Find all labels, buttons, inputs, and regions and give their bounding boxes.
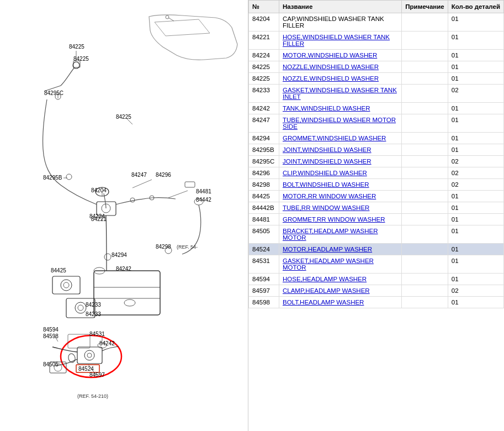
cell-note — [402, 133, 448, 144]
diagram-area: 84225 84225 84295C 84295B 84204 84221 84… — [6, 6, 242, 425]
part-name-link[interactable]: GROMMET,WINDSHIELD WASHER — [283, 135, 386, 141]
part-name-link[interactable]: NOZZLE,WINDSHIELD WASHER — [283, 75, 379, 82]
table-row: 84598BOLT,HEADLAMP WASHER01 — [249, 297, 504, 308]
cell-part-name[interactable]: BRACKET,HEADLAMP WASHER MOTOR — [279, 225, 402, 244]
cell-note — [402, 31, 448, 50]
cell-part-name[interactable]: GASKET,HEADLAMP WASHER MOTOR — [279, 255, 402, 274]
cell-note — [402, 103, 448, 114]
cell-part-name[interactable]: JOINT,WINDSHIELD WASHER — [279, 156, 402, 167]
cell-part-name[interactable]: GROMMET,RR WINDOW WASHER — [279, 214, 402, 225]
table-row: 84481GROMMET,RR WINDOW WASHER01 — [249, 214, 504, 225]
svg-text:84481: 84481 — [196, 188, 211, 195]
part-name-link[interactable]: BOLT,HEADLAMP WASHER — [283, 299, 364, 306]
part-name-link[interactable]: JOINT,WINDSHIELD WASHER — [283, 158, 372, 165]
cell-part-no: 84294 — [249, 133, 279, 144]
table-row: 84204CAP,WINDSHIELD WASHER TANK FILLER01 — [249, 13, 504, 31]
cell-part-name[interactable]: BOLT,HEADLAMP WASHER — [279, 297, 402, 308]
cell-part-name[interactable]: BOLT,WINDSHIELD WASHER — [279, 179, 402, 191]
cell-note — [402, 13, 448, 31]
cell-part-name[interactable]: TUBE,WINDSHIELD WASHER MOTOR SIDE — [279, 114, 402, 133]
parts-table-panel: № Название Примечание Кол-во деталей 842… — [248, 0, 504, 431]
svg-text:84225: 84225 — [73, 56, 89, 62]
cell-part-name[interactable]: TANK,WINDSHIELD WASHER — [279, 103, 402, 114]
cell-part-name[interactable]: JOINT,WINDSHIELD WASHER — [279, 144, 402, 156]
svg-text:84233: 84233 — [86, 302, 101, 308]
part-name-link[interactable]: GASKET,HEADLAMP WASHER MOTOR — [283, 257, 374, 271]
cell-qty: 02 — [448, 285, 503, 297]
cell-qty: 02 — [448, 167, 503, 179]
cell-part-name[interactable]: NOZZLE,WINDSHIELD WASHER — [279, 61, 402, 73]
cell-part-no: 84221 — [249, 31, 279, 50]
cell-part-no: 84225 — [249, 61, 279, 73]
table-row: 84221HOSE,WINDSHIELD WASHER TANK FILLER0… — [249, 31, 504, 50]
part-name-link[interactable]: GASKET,WINDSHIELD WASHER TANK INLET — [283, 87, 397, 100]
cell-qty: 02 — [448, 156, 503, 167]
cell-qty: 01 — [448, 103, 503, 114]
svg-text:84442: 84442 — [196, 197, 211, 203]
cell-note — [402, 61, 448, 73]
cell-part-name[interactable]: CLAMP,HEADLAMP WASHER — [279, 285, 402, 297]
part-name-link[interactable]: BRACKET,HEADLAMP WASHER MOTOR — [283, 228, 378, 241]
cell-qty: 01 — [448, 133, 503, 144]
table-row: 84242TANK,WINDSHIELD WASHER01 — [249, 103, 504, 114]
svg-text:84242: 84242 — [99, 340, 115, 346]
cell-note — [402, 167, 448, 179]
cell-part-no: 84233 — [249, 85, 279, 103]
header-name: Название — [279, 1, 402, 13]
table-row: 84298BOLT,WINDSHIELD WASHER02 — [249, 179, 504, 191]
cell-note — [402, 156, 448, 167]
svg-text:84505: 84505 — [43, 361, 59, 367]
part-name-link[interactable]: TANK,WINDSHIELD WASHER — [283, 105, 370, 112]
part-name-link[interactable]: TUBE,RR WINDOW WASHER — [283, 204, 369, 211]
table-row: 84442BTUBE,RR WINDOW WASHER01 — [249, 202, 504, 214]
svg-text:84247: 84247 — [131, 172, 147, 178]
svg-text:84295C: 84295C — [44, 90, 63, 96]
svg-text:84242: 84242 — [116, 266, 131, 272]
part-name-link[interactable]: GROMMET,RR WINDOW WASHER — [283, 216, 385, 223]
cell-note — [402, 73, 448, 85]
part-name-link[interactable]: TUBE,WINDSHIELD WASHER MOTOR SIDE — [283, 117, 396, 130]
part-name-link[interactable]: BOLT,WINDSHIELD WASHER — [283, 181, 369, 188]
cell-note — [402, 114, 448, 133]
cell-qty: 01 — [448, 114, 503, 133]
part-name-link[interactable]: NOZZLE,WINDSHIELD WASHER — [283, 64, 379, 70]
part-name-link[interactable]: MOTOR,RR WINDOW WASHER — [283, 193, 376, 199]
cell-qty: 01 — [448, 202, 503, 214]
cell-qty: 01 — [448, 31, 503, 50]
svg-text:84531: 84531 — [89, 331, 105, 337]
svg-text:84294: 84294 — [112, 252, 127, 258]
cell-part-name[interactable]: MOTOR,WINDSHIELD WASHER — [279, 50, 402, 61]
cell-part-name[interactable]: MOTOR,HEADLAMP WASHER — [279, 244, 402, 255]
cell-part-name[interactable]: NOZZLE,WINDSHIELD WASHER — [279, 73, 402, 85]
cell-part-name[interactable]: GROMMET,WINDSHIELD WASHER — [279, 133, 402, 144]
part-name-link[interactable]: MOTOR,HEADLAMP WASHER — [283, 246, 372, 253]
cell-qty: 01 — [448, 144, 503, 156]
cell-part-no: 84505 — [249, 225, 279, 244]
cell-part-name[interactable]: CLIP,WINDSHIELD WASHER — [279, 167, 402, 179]
cell-note — [402, 225, 448, 244]
header-qty: Кол-во деталей — [448, 1, 503, 13]
cell-part-name[interactable]: HOSE,WINDSHIELD WASHER TANK FILLER — [279, 31, 402, 50]
cell-part-name[interactable]: MOTOR,RR WINDOW WASHER — [279, 191, 402, 202]
part-name-link[interactable]: JOINT,WINDSHIELD WASHER — [283, 146, 372, 153]
cell-note — [402, 179, 448, 191]
svg-text:84597: 84597 — [89, 372, 105, 378]
cell-part-name[interactable]: HOSE,HEADLAMP WASHER — [279, 274, 402, 285]
table-row: 84295CJOINT,WINDSHIELD WASHER02 — [249, 156, 504, 167]
cell-qty: 01 — [448, 274, 503, 285]
part-name-link[interactable]: CLIP,WINDSHIELD WASHER — [283, 170, 367, 176]
cell-part-no: 84531 — [249, 255, 279, 274]
cell-part-no: 84225 — [249, 73, 279, 85]
cell-qty: 01 — [448, 50, 503, 61]
part-name-link[interactable]: HOSE,WINDSHIELD WASHER TANK FILLER — [283, 34, 390, 47]
cell-qty: 01 — [448, 297, 503, 308]
cell-part-name[interactable]: GASKET,WINDSHIELD WASHER TANK INLET — [279, 85, 402, 103]
part-name-link[interactable]: HOSE,HEADLAMP WASHER — [283, 276, 367, 282]
part-name-link[interactable]: CLAMP,HEADLAMP WASHER — [283, 287, 370, 294]
parts-table: № Название Примечание Кол-во деталей 842… — [248, 0, 504, 308]
svg-text:84594: 84594 — [43, 327, 59, 333]
table-row: 84296CLIP,WINDSHIELD WASHER02 — [249, 167, 504, 179]
cell-qty: 01 — [448, 255, 503, 274]
cell-part-name[interactable]: TUBE,RR WINDOW WASHER — [279, 202, 402, 214]
part-name-link[interactable]: MOTOR,WINDSHIELD WASHER — [283, 52, 377, 59]
